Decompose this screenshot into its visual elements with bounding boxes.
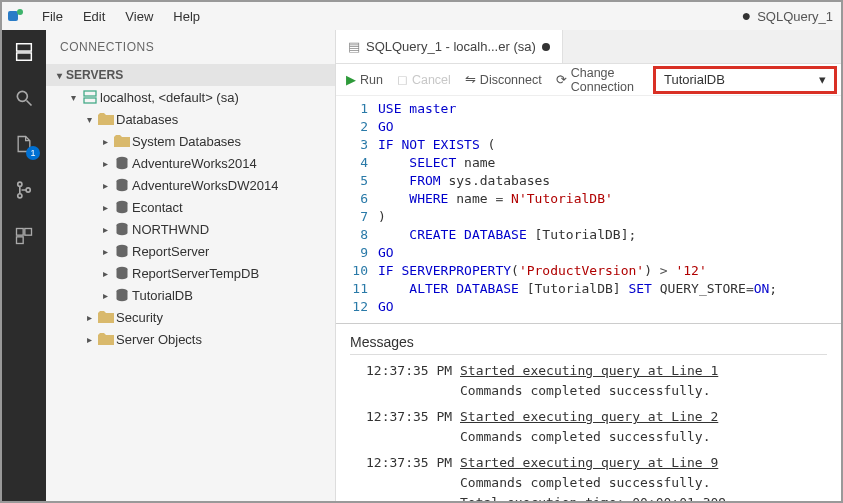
svg-rect-2: [17, 44, 32, 51]
db-label: ReportServerTempDB: [132, 266, 259, 281]
database-icon: [112, 156, 132, 170]
svg-rect-11: [17, 237, 24, 244]
system-databases-folder[interactable]: ▸ System Databases: [46, 130, 335, 152]
change-connection-button[interactable]: ⟳Change Connection: [556, 66, 639, 94]
db-label: ReportServer: [132, 244, 209, 259]
messages-list: 12:37:35 PMStarted executing query at Li…: [350, 361, 827, 501]
chevron-right-icon: ▸: [98, 136, 112, 147]
title-filename: SQLQuery_1: [757, 9, 837, 24]
message-row: 12:37:35 PMStarted executing query at Li…: [350, 453, 827, 473]
disconnect-button[interactable]: ⇋Disconnect: [465, 72, 542, 87]
chevron-down-icon: ▾: [52, 70, 66, 81]
message-text: Commands completed successfully.: [460, 427, 827, 447]
svg-rect-12: [84, 91, 96, 96]
activity-source-control-icon[interactable]: [10, 176, 38, 204]
message-row: Commands completed successfully.: [350, 473, 827, 493]
svg-point-8: [26, 188, 30, 192]
chevron-right-icon: ▸: [98, 268, 112, 279]
db-node[interactable]: ▸AdventureWorksDW2014: [46, 174, 335, 196]
db-node[interactable]: ▸TutorialDB: [46, 284, 335, 306]
db-node[interactable]: ▸Econtact: [46, 196, 335, 218]
message-link[interactable]: Started executing query at Line 9: [460, 453, 827, 473]
message-row: 12:37:35 PMStarted executing query at Li…: [350, 407, 827, 427]
servers-section[interactable]: ▾ SERVERS: [46, 64, 335, 86]
database-icon: [112, 222, 132, 236]
run-button[interactable]: ▶Run: [346, 72, 383, 87]
connections-tree: ▾ SERVERS ▾ localhost, <default> (sa) ▾ …: [46, 64, 335, 358]
server-node[interactable]: ▾ localhost, <default> (sa): [46, 86, 335, 108]
folder-icon: [112, 135, 132, 147]
db-node[interactable]: ▸AdventureWorks2014: [46, 152, 335, 174]
folder-icon: [96, 113, 116, 125]
disconnect-label: Disconnect: [480, 73, 542, 87]
play-icon: ▶: [346, 72, 356, 87]
message-timestamp: 12:37:35 PM: [350, 407, 460, 427]
change-icon: ⟳: [556, 72, 567, 87]
activity-search-icon[interactable]: [10, 84, 38, 112]
editor-area: ▤ SQLQuery_1 - localh...er (sa) ▶Run ◻Ca…: [336, 30, 841, 501]
tab-dirty-indicator: [542, 43, 550, 51]
database-selected: TutorialDB: [664, 72, 725, 87]
db-label: NORTHWND: [132, 222, 209, 237]
chevron-right-icon: ▸: [98, 180, 112, 191]
chevron-right-icon: ▸: [98, 202, 112, 213]
stop-icon: ◻: [397, 72, 408, 87]
activity-bar: 1: [2, 30, 46, 501]
svg-rect-0: [8, 11, 18, 21]
tab-label: SQLQuery_1 - localh...er (sa): [366, 39, 536, 54]
code-editor[interactable]: 123456789101112 USE masterGOIF NOT EXIST…: [336, 96, 841, 323]
code-lines: USE masterGOIF NOT EXISTS ( SELECT name …: [378, 100, 841, 323]
security-folder[interactable]: ▸ Security: [46, 306, 335, 328]
activity-explorer-icon[interactable]: 1: [10, 130, 38, 158]
menu-help[interactable]: Help: [163, 5, 210, 28]
menu-bar: File Edit View Help ● SQLQuery_1: [2, 2, 841, 30]
svg-point-4: [17, 91, 27, 101]
disconnect-icon: ⇋: [465, 72, 476, 87]
app-icon: [6, 6, 26, 26]
activity-servers-icon[interactable]: [10, 38, 38, 66]
editor-tabs: ▤ SQLQuery_1 - localh...er (sa): [336, 30, 841, 64]
svg-point-6: [18, 182, 22, 186]
message-text: Commands completed successfully.: [460, 473, 827, 493]
db-label: AdventureWorksDW2014: [132, 178, 278, 193]
db-label: TutorialDB: [132, 288, 193, 303]
message-row: Commands completed successfully.: [350, 381, 827, 401]
menu-view[interactable]: View: [115, 5, 163, 28]
db-node[interactable]: ▸NORTHWND: [46, 218, 335, 240]
svg-point-1: [17, 9, 23, 15]
database-dropdown[interactable]: TutorialDB ▾: [653, 66, 837, 94]
cancel-label: Cancel: [412, 73, 451, 87]
menu-edit[interactable]: Edit: [73, 5, 115, 28]
message-timestamp: [350, 427, 460, 447]
chevron-down-icon: ▾: [819, 72, 826, 87]
servers-label: SERVERS: [66, 68, 123, 82]
messages-panel: Messages 12:37:35 PMStarted executing qu…: [336, 323, 841, 501]
folder-icon: [96, 311, 116, 323]
message-link[interactable]: Started executing query at Line 1: [460, 361, 827, 381]
cancel-button[interactable]: ◻Cancel: [397, 72, 451, 87]
message-row: Commands completed successfully.: [350, 427, 827, 447]
security-label: Security: [116, 310, 163, 325]
sidebar-title: CONNECTIONS: [46, 30, 335, 64]
message-row: Total execution time: 00:00:01.309: [350, 493, 827, 501]
db-node[interactable]: ▸ReportServer: [46, 240, 335, 262]
message-link[interactable]: Started executing query at Line 2: [460, 407, 827, 427]
svg-point-7: [18, 194, 22, 198]
svg-line-5: [27, 101, 32, 106]
activity-extensions-icon[interactable]: [10, 222, 38, 250]
file-icon: ▤: [348, 39, 360, 54]
db-node[interactable]: ▸ReportServerTempDB: [46, 262, 335, 284]
tab-sqlquery1[interactable]: ▤ SQLQuery_1 - localh...er (sa): [336, 30, 563, 63]
svg-rect-10: [25, 229, 32, 236]
change-conn-label: Change Connection: [571, 66, 639, 94]
message-timestamp: [350, 473, 460, 493]
databases-folder[interactable]: ▾ Databases: [46, 108, 335, 130]
server-objects-folder[interactable]: ▸ Server Objects: [46, 328, 335, 350]
title-dirty-indicator: ●: [735, 7, 757, 25]
message-timestamp: [350, 493, 460, 501]
database-icon: [112, 288, 132, 302]
activity-badge: 1: [26, 146, 40, 160]
chevron-right-icon: ▸: [82, 334, 96, 345]
menu-file[interactable]: File: [32, 5, 73, 28]
databases-label: Databases: [116, 112, 178, 127]
